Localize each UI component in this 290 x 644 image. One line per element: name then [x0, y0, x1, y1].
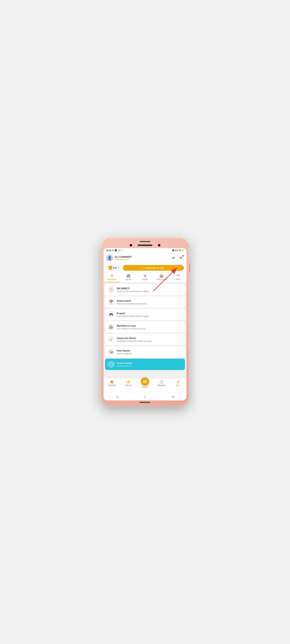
populaires-icon: ⚙ — [110, 274, 113, 278]
tab-autre-label: Autre — [176, 278, 180, 280]
fast-games-icon: 🎲 — [108, 348, 115, 355]
autre-icon: ••• — [176, 274, 180, 278]
tab-sports-label: Sports — [126, 278, 131, 280]
menu-label: Menu — [176, 384, 180, 386]
phone-top-speaker — [140, 241, 150, 242]
android-nav: □ ○ ◁ — [104, 392, 186, 400]
menu-item-avant-match[interactable]: 📅 Avant-match Pariez sur les événements … — [105, 296, 185, 308]
favoris-icon: ⭐ — [127, 380, 131, 384]
tab-fastgames[interactable]: 🎰 Fast Games — [153, 272, 170, 282]
mail-button[interactable]: ✉ — [170, 255, 176, 261]
bottom-nav-populaire[interactable]: 🔥 Populaire — [104, 378, 120, 392]
favoris-label: Favoris — [125, 384, 131, 386]
fast-games-text: Fast Games Jouez et gagnez — [117, 349, 132, 354]
menu-item-esport[interactable]: 🎮 E-sport Les meilleurs événements d'e-s… — [105, 309, 185, 320]
profil-label[interactable]: Profil personnel — [115, 258, 132, 260]
tab-populaires-label: Populaires — [108, 278, 116, 280]
menu-list: ⏱ EN DIRECT Pariez sur les événements en… — [104, 282, 186, 378]
bell-icon: 🔕 — [172, 249, 174, 251]
signal-icon: 📶 — [179, 249, 181, 251]
wallet-deposit-row: 💰 0 F ▾ + + Effectuer un dé... — [104, 264, 186, 272]
status-left: 15:18 P 🅑 💬 • — [106, 249, 122, 252]
square-button[interactable]: □ — [115, 394, 120, 399]
user-id: id: 1138949307 — [115, 256, 132, 258]
menu-item-machines[interactable]: 🎰 Machines à sous Les meilleures machine… — [105, 321, 185, 332]
menu-item-codes-promo[interactable]: 🛒 Codes promo Points promo : 0 — [105, 359, 185, 370]
menu-item-en-direct[interactable]: ⏱ EN DIRECT Pariez sur les événements en… — [105, 284, 185, 295]
bottom-nav-coupon[interactable]: 🎟 Coupon — [137, 376, 153, 389]
camera-row — [130, 244, 160, 246]
menu-icon: ⊞ — [177, 380, 179, 384]
en-direct-subtitle: Pariez sur les événements en direct — [117, 290, 149, 292]
casino-icon: 🃏 — [143, 274, 147, 278]
fast-games-title: Fast Games — [117, 349, 132, 352]
back-icon: ◁ — [171, 394, 174, 398]
coupon-circle: 🎟 — [141, 377, 149, 386]
bottom-nav: 🔥 Populaire ⭐ Favoris 🎟 Coupon 🕐 Histori… — [104, 378, 186, 392]
machines-text: Machines à sous Les meilleures machines … — [117, 324, 146, 330]
avant-match-text: Avant-match Pariez sur les événements à … — [117, 300, 147, 305]
status-right: 🔕 ((·)) 📶 🔋 — [172, 249, 184, 251]
deposit-label: + Effectuer un dé... — [144, 266, 165, 269]
avatar: 👤 — [106, 254, 113, 261]
coupon-icon: 🎟 — [143, 379, 147, 384]
tab-casino[interactable]: 🃏 Casino — [137, 272, 153, 282]
wallet-icon: 💰 — [109, 266, 112, 270]
menu-item-casino-direct[interactable]: ♠ Casino En Direct Ressentez l'impressio… — [105, 334, 185, 345]
machines-title: Machines à sous — [117, 324, 146, 327]
codes-promo-subtitle: Points promo : 0 — [117, 365, 132, 367]
historique-label: Historique — [157, 384, 166, 386]
tab-casino-label: Casino — [142, 278, 148, 280]
home-button[interactable]: ○ — [142, 394, 148, 399]
camera-dot-left — [130, 244, 132, 246]
deposit-button[interactable]: + + Effectuer un dé... — [123, 265, 184, 271]
wifi-icon: ((·)) — [175, 249, 178, 251]
en-direct-title: EN DIRECT — [117, 287, 149, 290]
phone-bottom-speaker — [140, 402, 150, 403]
codes-promo-icon: 🛒 — [108, 361, 115, 368]
bottom-nav-historique[interactable]: 🕐 Historique — [153, 378, 170, 392]
tab-sports[interactable]: ⚽ Sports — [120, 272, 137, 282]
avant-match-subtitle: Pariez sur les événements à venir — [117, 302, 147, 305]
tab-autre[interactable]: ••• Autre — [170, 272, 186, 282]
status-bar: 15:18 P 🅑 💬 • 🔕 ((·)) 📶 🔋 — [104, 248, 186, 252]
settings-badge: ! — [182, 255, 184, 257]
app-header: 👤 id: 1138949307 Profil personnel ✉ ⚙ ! — [104, 252, 186, 264]
casino-direct-icon: ♠ — [108, 336, 115, 343]
status-time: 15:18 — [106, 249, 111, 252]
codes-promo-text: Codes promo Points promo : 0 — [117, 362, 132, 367]
esport-text: E-sport Les meilleurs événements d'e-spo… — [117, 312, 148, 317]
en-direct-icon: ⏱ — [108, 286, 115, 293]
chevron-down-icon: ▾ — [118, 266, 119, 269]
wallet-balance: 0 F — [113, 266, 117, 269]
tab-populaires[interactable]: ⚙ Populaires — [104, 272, 120, 282]
settings-button[interactable]: ⚙ ! — [178, 255, 184, 261]
menu-item-fast-games[interactable]: 🎲 Fast Games Jouez et gagnez — [105, 346, 185, 358]
fastgames-icon: 🎰 — [159, 274, 163, 278]
status-dot: • — [122, 249, 122, 252]
avant-match-title: Avant-match — [117, 300, 147, 302]
historique-icon: 🕐 — [159, 380, 163, 384]
bottom-nav-menu[interactable]: ⊞ Menu — [170, 378, 186, 392]
populaire-label: Populaire — [108, 384, 116, 386]
tab-fastgames-label: Fast Games — [157, 278, 166, 280]
codes-promo-title: Codes promo — [117, 362, 132, 364]
battery-icon: 🔋 — [182, 249, 184, 251]
settings-icon: ⚙ — [179, 256, 182, 260]
status-carrier: P — [112, 249, 114, 252]
esport-subtitle: Les meilleurs événements d'e-sport — [117, 315, 148, 317]
mail-icon: ✉ — [172, 256, 175, 260]
home-icon: ○ — [144, 395, 146, 398]
camera-dot-right — [158, 244, 160, 246]
phone-device: 15:18 P 🅑 💬 • 🔕 ((·)) 📶 🔋 👤 id: 1138949 — [101, 238, 189, 406]
status-whatsapp: 💬 — [118, 249, 120, 252]
populaire-icon: 🔥 — [110, 380, 114, 384]
wallet-button[interactable]: 💰 0 F ▾ — [106, 265, 121, 271]
bottom-nav-favoris[interactable]: ⭐ Favoris — [120, 378, 137, 392]
back-button[interactable]: ◁ — [170, 394, 175, 399]
fast-games-subtitle: Jouez et gagnez — [117, 352, 132, 354]
volume-button — [189, 264, 190, 272]
header-icons: ✉ ⚙ ! — [170, 255, 184, 261]
casino-direct-text: Casino En Direct Ressentez l'impression … — [117, 337, 152, 342]
machines-subtitle: Les meilleures machines à sous — [117, 328, 146, 330]
